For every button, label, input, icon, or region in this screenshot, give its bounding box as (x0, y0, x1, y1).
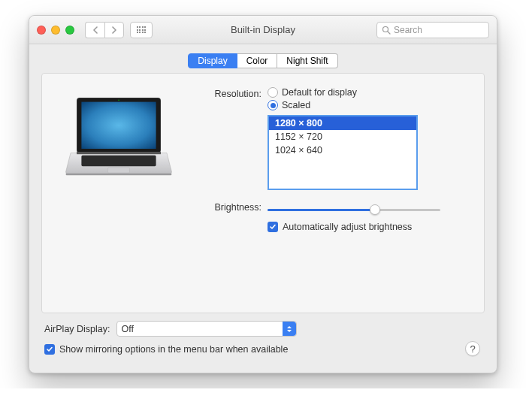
resolution-row: Resolution: Default for display Scaled 1… (200, 87, 467, 190)
search-placeholder: Search (394, 25, 422, 35)
laptop-icon (59, 95, 179, 185)
checkbox-checked-icon (268, 222, 278, 232)
radio-checked-icon (268, 100, 278, 110)
slider-thumb[interactable] (370, 204, 380, 215)
svg-rect-6 (77, 152, 161, 154)
svg-rect-8 (108, 168, 130, 173)
chevron-left-icon (92, 26, 98, 34)
grid-icon (137, 26, 147, 33)
resolution-item[interactable]: 1280 × 800 (269, 116, 416, 130)
svg-point-0 (383, 26, 388, 32)
display-preview (59, 87, 186, 267)
select-arrows-icon (283, 322, 296, 336)
back-button[interactable] (85, 22, 104, 38)
svg-rect-4 (81, 102, 156, 149)
nav-buttons (85, 22, 124, 38)
forward-button[interactable] (104, 22, 124, 38)
slider-fill (268, 209, 375, 211)
tab-bar: Display Color Night Shift (41, 53, 485, 68)
resolution-default-option[interactable]: Default for display (268, 87, 467, 98)
brightness-label: Brightness: (200, 201, 268, 213)
show-all-button[interactable] (130, 22, 153, 38)
chevron-right-icon (111, 26, 117, 34)
auto-brightness-checkbox[interactable]: Automatically adjust brightness (268, 222, 467, 232)
airplay-select[interactable]: Off (116, 321, 297, 337)
preferences-window: Built-in Display Search Display Color Ni… (29, 15, 497, 373)
resolution-item[interactable]: 1024 × 640 (269, 144, 416, 157)
auto-brightness-label: Automatically adjust brightness (283, 222, 412, 232)
search-input[interactable]: Search (376, 22, 489, 38)
resolution-default-label: Default for display (282, 87, 357, 98)
titlebar: Built-in Display Search (29, 16, 497, 44)
footer: AirPlay Display: Off Show mirroring opti… (41, 313, 485, 355)
search-icon (382, 26, 391, 35)
window-controls (37, 26, 74, 35)
window-body: Display Color Night Shift (29, 44, 497, 373)
mirroring-checkbox[interactable]: Show mirroring options in the menu bar w… (44, 344, 288, 355)
radio-icon (268, 87, 278, 98)
brightness-row: Brightness: Automatically adjust brightn… (200, 201, 467, 232)
checkbox-checked-icon (44, 344, 55, 355)
zoom-button[interactable] (65, 26, 74, 35)
svg-rect-9 (66, 174, 172, 175)
resolution-scaled-option[interactable]: Scaled (268, 100, 467, 110)
mirroring-row: Show mirroring options in the menu bar w… (44, 344, 482, 355)
resolution-label: Resolution: (200, 87, 268, 99)
resolution-list[interactable]: 1280 × 800 1152 × 720 1024 × 640 (268, 115, 418, 190)
airplay-row: AirPlay Display: Off (44, 321, 482, 337)
mirroring-label: Show mirroring options in the menu bar w… (59, 344, 288, 355)
resolution-scaled-label: Scaled (282, 100, 310, 110)
controls: Resolution: Default for display Scaled 1… (200, 87, 467, 267)
tab-color[interactable]: Color (237, 53, 278, 68)
resolution-item[interactable]: 1152 × 720 (269, 130, 416, 144)
question-icon: ? (470, 343, 475, 355)
svg-rect-7 (81, 156, 156, 166)
tab-display[interactable]: Display (188, 53, 237, 68)
minimize-button[interactable] (51, 26, 60, 35)
display-panel: Resolution: Default for display Scaled 1… (41, 73, 485, 313)
airplay-label: AirPlay Display: (44, 324, 110, 334)
tab-night-shift[interactable]: Night Shift (277, 53, 337, 68)
airplay-value: Off (122, 324, 134, 334)
help-button[interactable]: ? (465, 341, 480, 356)
close-button[interactable] (37, 26, 46, 35)
svg-line-1 (388, 32, 390, 34)
brightness-slider[interactable] (268, 204, 440, 216)
svg-point-5 (118, 99, 119, 101)
